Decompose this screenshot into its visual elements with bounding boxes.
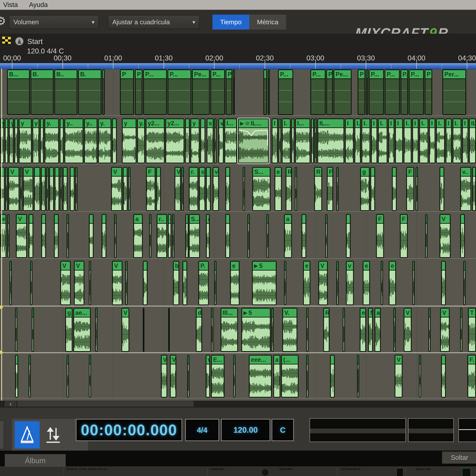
clip[interactable]: d	[196, 308, 202, 352]
clip[interactable]	[419, 355, 421, 398]
clip[interactable]	[336, 261, 339, 305]
clip[interactable]: a	[133, 214, 143, 258]
clip[interactable]	[343, 308, 345, 352]
clip-header[interactable]: V	[319, 262, 327, 271]
clip-header[interactable]: l...	[225, 119, 236, 128]
clip-header[interactable]: V	[395, 356, 402, 364]
clip[interactable]: B.	[78, 69, 102, 115]
clip-header[interactable]	[71, 168, 74, 177]
clip[interactable]	[187, 355, 189, 398]
clip[interactable]: e	[389, 261, 396, 305]
clip[interactable]: V	[318, 261, 328, 305]
clip-header[interactable]: P	[121, 70, 133, 79]
clip-header[interactable]	[6, 168, 8, 177]
clip-header[interactable]: b	[174, 262, 178, 271]
clip-header[interactable]: P...	[409, 70, 423, 79]
clip-header[interactable]: I	[430, 119, 435, 128]
clip-header[interactable]: B..	[55, 70, 77, 79]
tempo-marker-icon[interactable]	[15, 37, 24, 46]
clip-header[interactable]: g.	[66, 309, 72, 318]
clip-header[interactable]: a	[285, 215, 291, 224]
clip-header[interactable]	[244, 168, 245, 177]
clip-header[interactable]	[269, 70, 270, 79]
clip-header[interactable]: I	[446, 119, 451, 128]
start-marker-flag-icon[interactable]	[2, 36, 11, 44]
clip[interactable]: v	[346, 261, 354, 305]
clip-header[interactable]: v	[213, 168, 218, 177]
clip[interactable]: V	[440, 214, 451, 258]
clip-header[interactable]	[61, 168, 62, 177]
clip[interactable]: P...	[409, 69, 424, 115]
clip[interactable]	[314, 118, 317, 163]
clip[interactable]	[183, 261, 187, 305]
clip-header[interactable]	[113, 119, 116, 128]
clip[interactable]: B...	[7, 69, 30, 115]
clip[interactable]	[75, 167, 77, 211]
clip-header[interactable]: R	[286, 168, 291, 177]
clip-header[interactable]: e	[390, 262, 395, 271]
clip-header[interactable]	[442, 356, 445, 364]
clip[interactable]: I...	[295, 118, 310, 163]
clip-header[interactable]: r..	[157, 215, 166, 224]
clip-header[interactable]: V	[17, 215, 26, 224]
clip[interactable]: a	[374, 308, 381, 352]
clip-header[interactable]	[126, 262, 128, 271]
clip[interactable]: e	[360, 308, 366, 352]
clip-header[interactable]: s	[173, 215, 174, 224]
clip-header[interactable]	[47, 168, 49, 177]
clip[interactable]: Pe...	[334, 69, 352, 115]
clip[interactable]: y2...	[146, 118, 165, 163]
clip-header[interactable]	[312, 119, 314, 128]
clip[interactable]: F.	[467, 355, 476, 398]
clip-header[interactable]: I.	[379, 119, 387, 128]
clip-header[interactable]: P...	[144, 70, 166, 79]
clip-header[interactable]: P...	[311, 70, 325, 79]
clip[interactable]	[225, 167, 230, 211]
clip-header[interactable]: F	[401, 215, 407, 224]
clip[interactable]: y	[190, 118, 200, 163]
clip[interactable]	[440, 167, 444, 211]
clip[interactable]: I.	[453, 118, 461, 163]
clip-header[interactable]	[464, 262, 465, 271]
clip[interactable]: a	[206, 214, 210, 258]
clip-header[interactable]	[416, 168, 418, 177]
clip-header[interactable]	[144, 262, 147, 271]
clip[interactable]: y2...	[165, 118, 184, 163]
clip[interactable]: V	[16, 214, 27, 258]
clip-header[interactable]: V	[75, 262, 84, 271]
clip[interactable]: R	[314, 167, 322, 211]
clip-header[interactable]	[337, 168, 339, 177]
clip[interactable]	[149, 214, 151, 258]
clip[interactable]: I.	[404, 118, 412, 163]
clip-header[interactable]: F	[147, 168, 155, 177]
clip[interactable]: I	[371, 118, 377, 163]
clip[interactable]	[284, 261, 286, 305]
clip[interactable]: I.	[282, 118, 291, 163]
clip[interactable]: y.	[98, 118, 111, 163]
clip[interactable]: f	[368, 308, 373, 352]
clip-header[interactable]: IL...	[318, 119, 343, 128]
clip[interactable]	[472, 167, 476, 211]
clip-header[interactable]: a	[274, 356, 280, 364]
clip[interactable]	[393, 308, 396, 352]
clip[interactable]	[5, 118, 8, 163]
clip[interactable]: S...	[252, 167, 271, 211]
clip[interactable]	[206, 167, 211, 211]
clip[interactable]	[214, 261, 216, 305]
clip-header[interactable]: (...	[282, 356, 298, 364]
clip-header[interactable]: e	[231, 262, 239, 271]
key-display[interactable]: C	[272, 419, 294, 441]
clip[interactable]	[302, 214, 306, 258]
clip-header[interactable]	[157, 168, 160, 177]
clip-header[interactable]	[201, 119, 204, 128]
clip-header[interactable]	[394, 309, 396, 318]
clip[interactable]: I.	[436, 118, 445, 163]
clip-header[interactable]	[292, 119, 294, 128]
clip-header[interactable]: v.	[219, 119, 223, 128]
clip-header[interactable]: d	[169, 215, 171, 224]
clip-header[interactable]	[272, 309, 273, 318]
clip-header[interactable]	[90, 262, 91, 271]
clip[interactable]	[102, 69, 105, 115]
clip-header[interactable]	[42, 168, 45, 177]
clip[interactable]: V	[23, 167, 33, 211]
